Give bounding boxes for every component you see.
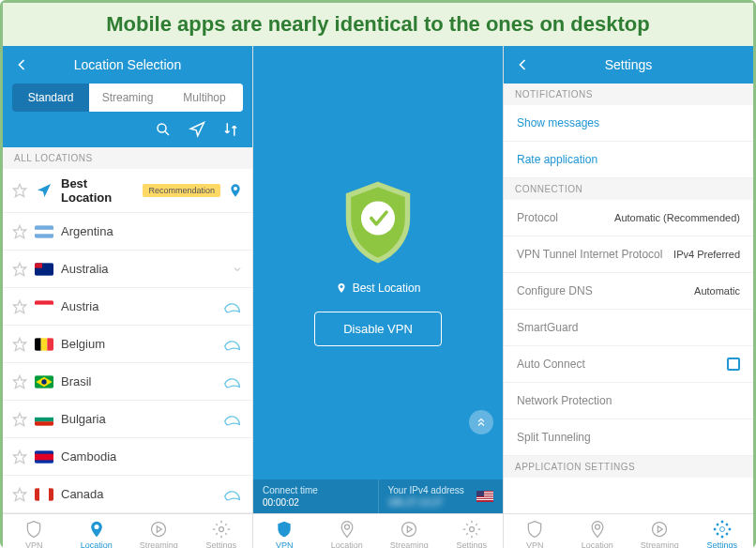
sort-icon[interactable] xyxy=(222,121,239,138)
location-best[interactable]: Best Location Recommendation xyxy=(3,169,252,213)
svg-marker-12 xyxy=(13,300,25,312)
setting-rate-app[interactable]: Rate application xyxy=(504,142,753,178)
expand-up-icon[interactable] xyxy=(469,410,493,434)
nav-streaming[interactable]: Streaming xyxy=(378,514,441,548)
disable-vpn-button[interactable]: Disable VPN xyxy=(314,312,442,346)
svg-marker-3 xyxy=(13,184,25,196)
pin-icon xyxy=(228,183,243,198)
svg-rect-8 xyxy=(35,229,53,233)
svg-rect-17 xyxy=(41,338,48,350)
pin-icon xyxy=(588,520,607,539)
nav-streaming[interactable]: Streaming xyxy=(128,514,190,548)
svg-marker-2 xyxy=(190,123,204,136)
list-item[interactable]: Brasil xyxy=(3,363,252,401)
svg-marker-27 xyxy=(13,450,25,463)
svg-rect-13 xyxy=(35,300,53,304)
list-item[interactable]: Austria xyxy=(3,288,252,326)
star-icon[interactable] xyxy=(12,337,27,352)
star-icon[interactable] xyxy=(12,487,27,502)
svg-point-42 xyxy=(361,201,395,235)
nav-location[interactable]: Location xyxy=(66,514,129,548)
star-icon[interactable] xyxy=(12,412,27,427)
list-item[interactable]: Australia xyxy=(3,251,252,288)
flag-icon xyxy=(35,300,53,313)
play-icon xyxy=(400,520,418,539)
nav-settings[interactable]: Settings xyxy=(441,514,504,548)
setting-tunnel[interactable]: VPN Tunnel Internet ProtocolIPv4 Preferr… xyxy=(504,236,753,273)
list-item[interactable]: Belgium xyxy=(3,326,252,363)
location-label: Belgium xyxy=(61,337,215,351)
pin-icon xyxy=(336,282,347,294)
svg-rect-29 xyxy=(35,453,53,460)
tab-streaming[interactable]: Streaming xyxy=(89,84,166,112)
svg-line-1 xyxy=(165,131,169,135)
svg-rect-16 xyxy=(35,338,41,350)
back-icon[interactable] xyxy=(513,55,532,74)
page-title: Location Selection xyxy=(31,57,224,72)
nav-vpn[interactable]: VPN xyxy=(253,514,316,548)
speed-icon xyxy=(222,297,243,317)
svg-marker-6 xyxy=(13,225,25,237)
screen-vpn: Best Location Disable VPN Connect time 0… xyxy=(252,46,503,548)
nav-settings[interactable]: Settings xyxy=(190,514,253,548)
svg-rect-14 xyxy=(35,304,53,312)
speed-icon xyxy=(222,372,243,392)
setting-smartguard[interactable]: SmartGuard xyxy=(504,310,753,346)
svg-rect-49 xyxy=(476,499,493,500)
svg-point-62 xyxy=(719,527,724,532)
svg-rect-48 xyxy=(476,497,493,498)
svg-rect-50 xyxy=(476,491,484,496)
nav-settings[interactable]: Settings xyxy=(691,514,754,548)
caption-bar: Mobile apps are nearly identical to the … xyxy=(3,3,753,46)
star-icon[interactable] xyxy=(12,374,27,389)
speed-icon xyxy=(222,334,243,355)
ip-value: 185.27.13.27 xyxy=(388,497,464,508)
page-title: Settings xyxy=(532,57,725,72)
setting-show-messages[interactable]: Show messages xyxy=(504,105,753,142)
svg-point-52 xyxy=(402,523,416,537)
nav-vpn[interactable]: VPN xyxy=(3,514,66,548)
svg-point-54 xyxy=(469,527,474,532)
chevron-down-icon[interactable] xyxy=(232,264,243,275)
list-item[interactable]: Bulgaria xyxy=(3,401,252,438)
locate-icon[interactable] xyxy=(189,121,205,138)
nav-location[interactable]: Location xyxy=(567,514,629,548)
list-item[interactable]: Argentina xyxy=(3,213,252,251)
svg-point-37 xyxy=(219,527,223,532)
tab-standard[interactable]: Standard xyxy=(12,84,89,112)
search-icon[interactable] xyxy=(155,121,172,138)
star-icon[interactable] xyxy=(12,449,27,464)
nav-streaming[interactable]: Streaming xyxy=(628,514,691,548)
list-item[interactable]: Cambodia xyxy=(3,438,252,476)
svg-marker-23 xyxy=(13,413,25,425)
play-icon xyxy=(149,520,168,539)
back-icon[interactable] xyxy=(12,55,31,74)
svg-rect-25 xyxy=(35,417,53,420)
setting-split-tunneling[interactable]: Split Tunneling xyxy=(504,419,753,456)
list-item[interactable]: Canada xyxy=(3,476,252,513)
shield-connected-icon xyxy=(336,180,420,265)
svg-marker-61 xyxy=(658,526,663,533)
setting-autoconnect[interactable]: Auto Connect xyxy=(504,346,753,383)
tab-multihop[interactable]: Multihop xyxy=(166,84,243,112)
star-icon[interactable] xyxy=(12,299,27,314)
svg-rect-18 xyxy=(47,338,53,350)
screen-location-selection: Location Selection Standard Streaming Mu… xyxy=(3,46,252,548)
star-icon[interactable] xyxy=(12,183,27,198)
nav-vpn[interactable]: VPN xyxy=(504,514,567,548)
svg-rect-26 xyxy=(35,421,53,425)
speed-icon xyxy=(222,409,243,430)
nav-location[interactable]: Location xyxy=(316,514,379,548)
flag-icon xyxy=(35,225,53,238)
star-icon[interactable] xyxy=(12,224,27,239)
flag-icon xyxy=(35,488,53,501)
svg-point-0 xyxy=(158,124,166,132)
setting-network-protection[interactable]: Network Protection xyxy=(504,383,753,419)
star-icon[interactable] xyxy=(12,262,27,277)
setting-protocol[interactable]: ProtocolAutomatic (Recommended) xyxy=(504,200,753,236)
setting-dns[interactable]: Configure DNSAutomatic xyxy=(504,273,753,310)
svg-point-60 xyxy=(653,523,667,537)
svg-rect-11 xyxy=(35,263,42,267)
checkbox-icon[interactable] xyxy=(727,358,740,371)
section-app-settings: APPLICATION SETTINGS xyxy=(504,456,753,478)
